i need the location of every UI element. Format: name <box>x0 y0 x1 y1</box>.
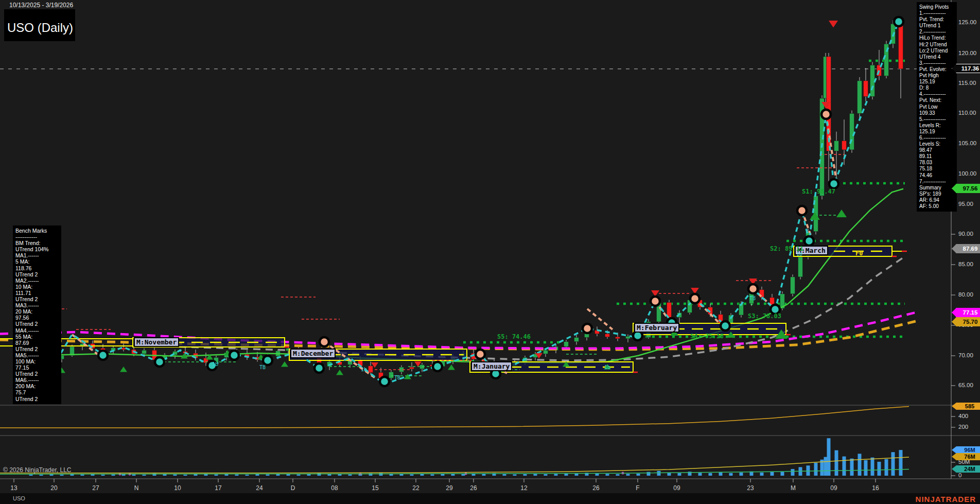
candle-body[interactable] <box>574 338 579 342</box>
pivot-marker[interactable] <box>721 321 730 331</box>
candle-body[interactable] <box>544 350 548 354</box>
volume-bar[interactable] <box>297 474 301 476</box>
volume-bar[interactable] <box>698 473 702 476</box>
volume-bar[interactable] <box>40 475 43 476</box>
pivot-marker[interactable] <box>263 356 272 365</box>
volume-bar[interactable] <box>29 474 33 476</box>
pivot-marker[interactable] <box>380 377 389 386</box>
volume-bar[interactable] <box>482 474 486 476</box>
pivot-marker[interactable] <box>748 284 758 293</box>
volume-bar[interactable] <box>513 474 517 476</box>
month-zone-label[interactable]: M:January <box>471 361 512 371</box>
date-tick-label[interactable]: 08 <box>331 484 338 492</box>
candle-body[interactable] <box>798 257 803 277</box>
volume-bar[interactable] <box>843 457 846 476</box>
pivot-marker[interactable] <box>320 337 329 346</box>
candle-body[interactable] <box>564 342 569 346</box>
volume-bar[interactable] <box>348 474 352 476</box>
volume-bar[interactable] <box>678 473 681 476</box>
volume-bar[interactable] <box>523 474 527 476</box>
date-tick-label[interactable]: 29 <box>446 484 452 492</box>
volume-bar[interactable] <box>771 472 774 476</box>
date-tick-label[interactable]: 20 <box>50 484 57 492</box>
volume-bar[interactable] <box>410 474 414 476</box>
month-zone-label[interactable]: M:February <box>634 323 679 333</box>
volume-bar[interactable] <box>657 471 661 476</box>
volume-bar[interactable] <box>606 474 609 476</box>
volume-bar[interactable] <box>626 474 630 476</box>
volume-bar[interactable] <box>246 475 249 476</box>
date-tick-label[interactable]: 10 <box>174 484 181 492</box>
volume-bar[interactable] <box>544 474 548 476</box>
candle-body[interactable] <box>870 65 875 96</box>
volume-bar[interactable] <box>225 474 229 476</box>
candle-body[interactable] <box>369 366 373 373</box>
volume-bar[interactable] <box>596 474 599 476</box>
volume-bar[interactable] <box>729 473 733 476</box>
volume-bar[interactable] <box>184 475 187 476</box>
pivot-marker[interactable] <box>155 357 164 367</box>
month-zone-label[interactable]: M:December <box>290 349 336 358</box>
volume-bar[interactable] <box>421 474 424 476</box>
volume-bar[interactable] <box>215 474 218 476</box>
volume-bar[interactable] <box>878 462 881 476</box>
volume-bar[interactable] <box>824 457 828 476</box>
volume-bar[interactable] <box>814 463 818 476</box>
date-tick-label[interactable]: N <box>134 484 139 492</box>
volume-bar[interactable] <box>256 474 259 476</box>
volume-bar[interactable] <box>554 474 558 476</box>
volume-bar[interactable] <box>431 474 434 476</box>
pivot-marker[interactable] <box>433 362 442 371</box>
volume-bar[interactable] <box>318 473 321 476</box>
volume-bar[interactable] <box>709 473 712 476</box>
volume-bar[interactable] <box>616 474 620 476</box>
date-tick-label[interactable]: 22 <box>412 484 419 492</box>
candle-body[interactable] <box>616 337 620 339</box>
candle-body[interactable] <box>410 367 414 369</box>
volume-bar[interactable] <box>740 473 743 476</box>
date-tick-label[interactable]: F <box>636 484 639 492</box>
volume-bar[interactable] <box>864 460 868 476</box>
volume-bar[interactable] <box>60 475 64 476</box>
date-tick-label[interactable]: 13 <box>10 484 17 492</box>
volume-bar[interactable] <box>112 474 115 476</box>
pivot-marker[interactable] <box>829 179 838 188</box>
volume-bar[interactable] <box>132 474 136 476</box>
volume-bar[interactable] <box>338 474 342 476</box>
volume-bar[interactable] <box>835 450 838 476</box>
volume-bar[interactable] <box>827 438 831 476</box>
volume-bar[interactable] <box>891 452 895 476</box>
candle-body[interactable] <box>857 81 862 114</box>
date-tick-label[interactable]: 17 <box>215 484 221 492</box>
date-tick-label[interactable]: 27 <box>92 484 99 492</box>
month-zone-label[interactable]: M:November <box>134 337 179 347</box>
pivot-marker[interactable] <box>651 297 660 306</box>
volume-bar[interactable] <box>565 474 568 476</box>
pivot-marker[interactable] <box>797 206 807 215</box>
volume-bar[interactable] <box>235 474 239 476</box>
pivot-marker[interactable] <box>230 351 239 360</box>
date-tick-label[interactable]: 09 <box>830 484 837 492</box>
date-tick-label[interactable]: 26 <box>470 484 477 492</box>
candle-body[interactable] <box>842 141 847 150</box>
volume-bar[interactable] <box>81 474 84 476</box>
volume-bar[interactable] <box>143 475 146 476</box>
pivot-marker[interactable] <box>98 351 108 360</box>
volume-bar[interactable] <box>760 473 764 476</box>
volume-bar[interactable] <box>637 474 640 476</box>
volume-bar[interactable] <box>719 472 723 476</box>
candle-body[interactable] <box>142 350 147 354</box>
date-tick-label[interactable]: D <box>291 484 295 492</box>
pivot-marker[interactable] <box>476 350 485 359</box>
date-tick-label[interactable]: M <box>791 484 796 492</box>
volume-bar[interactable] <box>850 459 854 476</box>
volume-bar[interactable] <box>101 475 105 476</box>
candle-body[interactable] <box>899 24 903 68</box>
date-tick-label[interactable]: 24 <box>256 484 262 492</box>
candle-body[interactable] <box>850 113 854 150</box>
candle-body[interactable] <box>605 334 610 337</box>
volume-bar[interactable] <box>807 465 810 476</box>
volume-bar[interactable] <box>266 474 270 476</box>
volume-bar[interactable] <box>885 459 888 476</box>
volume-bar[interactable] <box>534 474 537 476</box>
